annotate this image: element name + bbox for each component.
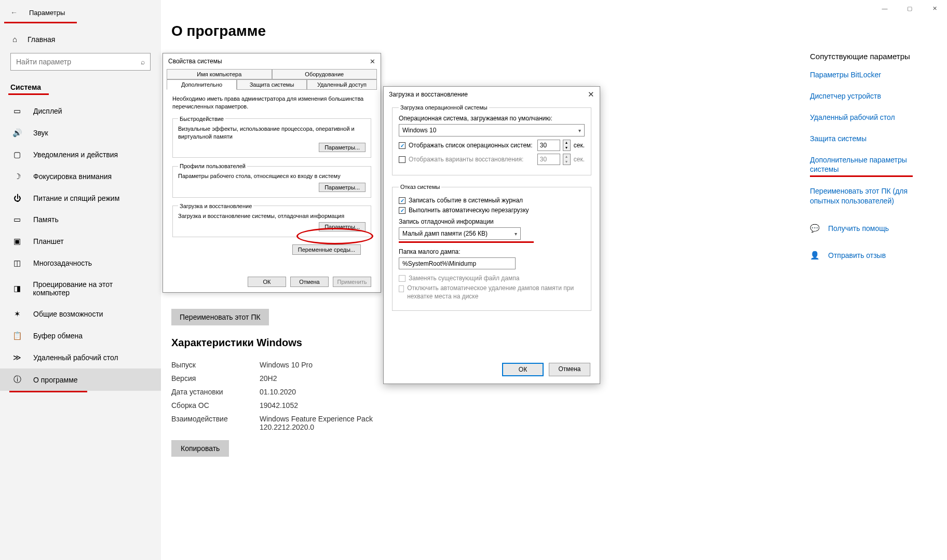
cancel-button[interactable]: Отмена: [290, 277, 329, 287]
nav-storage[interactable]: ▭Память: [0, 209, 161, 230]
tab-advanced[interactable]: Дополнительно: [167, 79, 237, 90]
link-bitlocker[interactable]: Параметры BitLocker: [810, 70, 924, 80]
auto-reboot-checkbox[interactable]: [399, 207, 405, 214]
startup-settings-button[interactable]: Параметры...: [319, 222, 366, 231]
dialog-title: Загрузка и восстановление: [389, 91, 588, 98]
default-os-label: Операционная система, загружаемая по умо…: [399, 115, 585, 122]
close-icon[interactable]: ✕: [588, 90, 594, 99]
spec-label: Выпуск: [171, 361, 260, 369]
checkbox-label: Заменять существующий файл дампа: [409, 275, 519, 282]
env-vars-button[interactable]: Переменные среды...: [292, 244, 361, 255]
performance-fieldset: Быстродействие Визуальные эффекты, испол…: [172, 116, 371, 158]
debug-dump-select[interactable]: Малый дамп памяти (256 КВ) ▾: [399, 227, 521, 240]
link-device-manager[interactable]: Диспетчер устройств: [810, 91, 924, 101]
show-os-list-checkbox[interactable]: [399, 142, 405, 149]
related-title: Сопутствующие параметры: [810, 52, 924, 61]
sound-icon: 🔊: [12, 128, 22, 138]
page-title: О программе: [171, 23, 597, 39]
checkbox-label: Выполнить автоматическую перезагрузку: [409, 207, 529, 214]
dump-folder-input[interactable]: %SystemRoot%\Minidump: [399, 257, 516, 269]
get-help-link[interactable]: 💬 Получить помощь: [810, 224, 924, 233]
spec-value: 01.10.2020: [260, 388, 296, 396]
annotation-underline: [4, 22, 77, 23]
sidebar: ← Параметры ⌂ Главная ⌕ Система ▭Дисплей…: [0, 0, 161, 560]
performance-settings-button[interactable]: Параметры...: [319, 143, 366, 152]
maximize-button[interactable]: ▢: [897, 0, 922, 17]
spec-value: 20H2: [260, 374, 277, 383]
nav-notifications[interactable]: ▢Уведомления и действия: [0, 144, 161, 166]
annotation-underline: [9, 391, 87, 392]
replace-dump-checkbox: [399, 275, 405, 282]
user-profiles-fieldset: Профили пользователей Параметры рабочего…: [172, 163, 371, 197]
nav-power[interactable]: ⏻Питание и спящий режим: [0, 187, 161, 209]
seconds-label: сек.: [574, 156, 585, 163]
fieldset-legend: Профили пользователей: [178, 163, 247, 169]
rename-pc-button[interactable]: Переименовать этот ПК: [171, 309, 269, 325]
startup-recovery-dialog: Загрузка и восстановление ✕ Загрузка опе…: [383, 86, 600, 384]
multitask-icon: ◫: [12, 258, 22, 268]
copy-button[interactable]: Копировать: [171, 440, 229, 457]
spinner: ▴▾: [563, 154, 571, 165]
nav-about[interactable]: ⓘО программе: [0, 368, 161, 391]
fieldset-legend: Загрузка операционной системы: [399, 104, 489, 111]
write-event-checkbox[interactable]: [399, 197, 405, 204]
default-os-select[interactable]: Windows 10 ▾: [399, 124, 585, 136]
tab-computer-name[interactable]: Имя компьютера: [167, 69, 272, 79]
search-input[interactable]: [16, 58, 141, 66]
cancel-button[interactable]: Отмена: [549, 363, 590, 376]
home-icon: ⌂: [12, 35, 17, 44]
admin-note: Необходимо иметь права администратора дл…: [172, 95, 371, 111]
link-advanced-system[interactable]: Дополнительные параметры системы: [810, 155, 924, 175]
nav-shared[interactable]: ✶Общие возможности: [0, 303, 161, 325]
tab-protection[interactable]: Защита системы: [237, 79, 307, 90]
nav-focus[interactable]: ☽Фокусировка внимания: [0, 166, 161, 187]
show-recovery-checkbox[interactable]: [399, 156, 405, 163]
link-rename-pc[interactable]: Переименовать этот ПК (для опытных польз…: [810, 186, 924, 206]
minimize-button[interactable]: —: [872, 0, 897, 17]
spec-label: Сборка ОС: [171, 401, 260, 409]
nav-tablet[interactable]: ▣Планшет: [0, 230, 161, 252]
ok-button[interactable]: ОК: [502, 363, 544, 376]
notifications-icon: ▢: [12, 150, 22, 159]
annotation-underline: [810, 175, 913, 177]
debug-info-label: Запись отладочной информации: [399, 218, 585, 225]
link-remote-desktop[interactable]: Удаленный рабочий стол: [810, 113, 924, 122]
link-system-protection[interactable]: Защита системы: [810, 134, 924, 144]
annotation-underline: [399, 241, 534, 243]
checkbox-label: Отображать список операционных систем:: [409, 142, 535, 149]
os-list-seconds-input[interactable]: 30: [537, 140, 560, 151]
nav-project[interactable]: ◨Проецирование на этот компьютер: [0, 274, 161, 303]
system-failure-fieldset: Отказ системы Записать событие в системн…: [392, 184, 591, 311]
ok-button[interactable]: ОК: [248, 277, 286, 287]
disable-autodelete-checkbox: [399, 285, 404, 292]
nav-sound[interactable]: 🔊Звук: [0, 122, 161, 144]
checkbox-label: Записать событие в системный журнал: [409, 197, 523, 204]
tab-hardware[interactable]: Оборудование: [272, 69, 377, 79]
back-icon[interactable]: ←: [10, 8, 18, 17]
seconds-label: сек.: [574, 142, 585, 149]
profiles-settings-button[interactable]: Параметры...: [319, 183, 366, 192]
fieldset-legend: Отказ системы: [399, 184, 441, 190]
section-label: Система: [0, 73, 161, 91]
nav-remote[interactable]: ≫Удаленный рабочий стол: [0, 347, 161, 368]
fieldset-desc: Параметры рабочего стола, относящиеся ко…: [178, 172, 366, 180]
nav-clipboard[interactable]: 📋Буфер обмена: [0, 325, 161, 347]
search-icon: ⌕: [141, 58, 145, 66]
os-boot-fieldset: Загрузка операционной системы Операционн…: [392, 104, 591, 175]
nav-display[interactable]: ▭Дисплей: [0, 100, 161, 122]
remote-icon: ≫: [12, 353, 22, 362]
search-box[interactable]: ⌕: [10, 53, 151, 71]
sidebar-title: Параметры: [29, 9, 65, 17]
feedback-link[interactable]: 👤 Отправить отзыв: [810, 251, 924, 260]
spec-value: Windows Feature Experience Pack 120.2212…: [260, 415, 395, 431]
spinner[interactable]: ▴▾: [563, 140, 571, 151]
tab-remote[interactable]: Удаленный доступ: [307, 79, 377, 90]
fieldset-desc: Визуальные эффекты, использование процес…: [178, 125, 366, 141]
checkbox-label: Отображать варианты восстановления:: [409, 156, 535, 163]
spec-label: Взаимодействие: [171, 415, 260, 431]
nav-multitask[interactable]: ◫Многозадачность: [0, 252, 161, 274]
home-button[interactable]: ⌂ Главная: [0, 30, 161, 49]
fieldset-legend: Загрузка и восстановление: [178, 203, 253, 209]
close-icon[interactable]: ✕: [370, 58, 375, 65]
close-button[interactable]: ✕: [922, 0, 947, 17]
